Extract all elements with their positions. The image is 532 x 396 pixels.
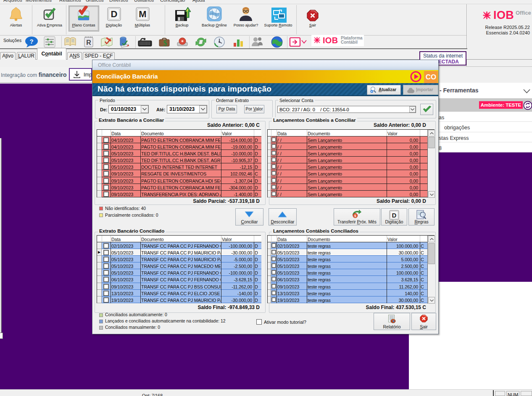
svg-text:D: D bbox=[111, 9, 118, 19]
svg-text:$: $ bbox=[354, 214, 356, 218]
svg-text:D: D bbox=[392, 212, 397, 219]
svg-text:R: R bbox=[86, 39, 91, 46]
svg-text:$: $ bbox=[163, 39, 167, 47]
svg-text:?: ? bbox=[29, 38, 33, 45]
svg-text:M: M bbox=[139, 9, 146, 19]
